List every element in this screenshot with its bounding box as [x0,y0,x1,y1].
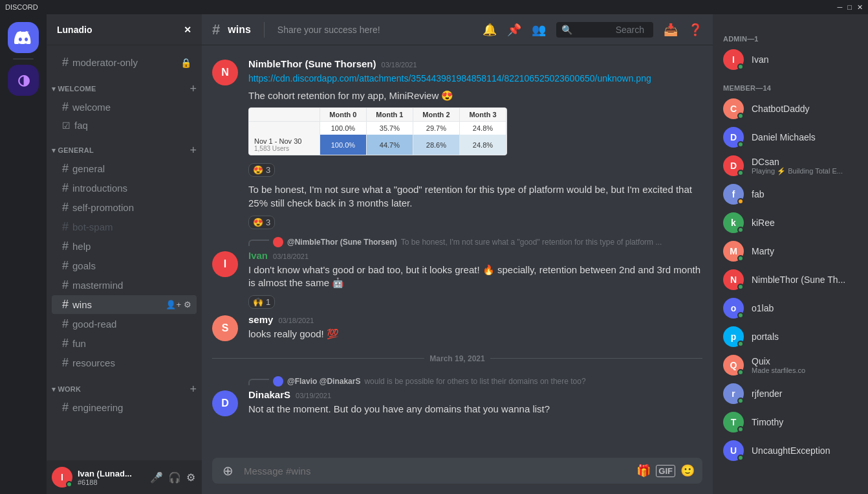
bell-icon[interactable]: 🔔 [483,23,497,37]
channel-name: faq [74,120,191,131]
member-item-fab[interactable]: f fab [718,180,863,208]
message-text: To be honest, I'm not sure what a "good"… [248,183,702,210]
category-label-general[interactable]: ▾ GENERAL [52,146,94,155]
add-member-icon[interactable]: 👤+ [166,300,181,309]
server-divider [13,58,34,60]
message-text: looks really good! 💯 [248,328,702,341]
message-avatar-placeholder [212,183,238,229]
channel-item-bot-spam[interactable]: # bot-spam [52,218,197,236]
search-label[interactable]: Search [616,25,644,35]
add-file-btn[interactable]: ⊕ [220,458,236,484]
member-item-uncaughtexception[interactable]: U UncaughtException [718,436,863,465]
member-item-dcsan[interactable]: D DCsan Playing ⚡ Building Total E... [718,152,863,180]
inbox-icon[interactable]: 📥 [664,23,678,37]
reaction-fire[interactable]: 😍 3 [248,163,275,177]
server-name-bar[interactable]: Lunadio ✕ [47,14,202,45]
channel-item-wins[interactable]: # wins 👤+ ⚙ [52,295,197,314]
category-label-work[interactable]: ▾ WORK [52,385,81,394]
member-sub: Playing ⚡ Building Total E... [752,167,858,175]
member-status [737,398,744,404]
server-icon-discord[interactable] [8,22,39,53]
maximize-btn[interactable]: □ [847,3,852,12]
member-status [737,255,744,262]
channel-item-engineering[interactable]: # engineering [52,398,197,417]
table-cell-m0: 100.0% [320,135,366,155]
message-text-input[interactable] [244,458,629,484]
channel-item-mastermind[interactable]: # mastermind [52,276,197,295]
channel-item-goals[interactable]: # goals [52,256,197,275]
headphones-icon[interactable]: 🎧 [167,470,182,485]
channel-list: # moderator-only 🔒 ▾ WELCOME + # welcome… [47,45,202,460]
gif-btn[interactable]: GIF [656,465,675,477]
member-item-portals[interactable]: p portals [718,322,863,351]
settings-icon[interactable]: ⚙ [184,300,191,309]
server-icon-lunadio[interactable]: ◑ [8,65,39,96]
message-link[interactable]: https://cdn.discordapp.com/attachments/3… [248,73,651,84]
message-content: DinakarS 03/19/2021 Not at the moment. B… [248,389,702,416]
members-icon[interactable]: 👥 [532,23,546,37]
channel-name: goals [72,260,191,271]
channel-item-help[interactable]: # help [52,237,197,256]
channel-item-self-promotion[interactable]: # self-promotion [52,198,197,217]
message-header: NimbleThor (Sune Thorsen) 03/18/2021 [248,58,702,69]
user-status-dot [66,481,72,488]
member-item-chatbotdaddy[interactable]: C ChatbotDaddy [718,95,863,123]
member-item-kiree[interactable]: k kiRee [718,208,863,237]
member-item-quix[interactable]: Q Quix Made starfiles.co [718,351,863,379]
settings-icon[interactable]: ⚙ [185,470,197,485]
channel-item-welcome[interactable]: # welcome [52,98,197,117]
category-add-general[interactable]: + [190,144,197,156]
channel-name: resources [72,357,191,368]
member-name: Ivan [752,54,858,65]
member-item-ivan[interactable]: I Ivan [718,45,863,74]
category-add-welcome[interactable]: + [190,83,197,95]
table-cell-m3: 24.8% [459,135,506,155]
member-item-daniel-michaels[interactable]: D Daniel Michaels [718,123,863,152]
member-status [737,227,744,233]
member-item-timothy[interactable]: T Timothy [718,408,863,436]
reply-indicator-dinakar: @Flavio @DinakarS would is be possible f… [238,374,713,387]
message-input-area: ⊕ 🎁 GIF 🙂 [202,458,713,494]
search-box[interactable]: 🔍 Search [556,22,653,38]
gift-icon[interactable]: 🎁 [636,464,651,478]
channel-item-faq[interactable]: ☑ faq [52,117,197,133]
table-header-empty [249,108,320,122]
channel-hash-icon: # [212,21,220,38]
member-name: o1lab [752,303,858,313]
mic-icon[interactable]: 🎤 [149,470,164,485]
channel-item-introductions[interactable]: # introductions [52,179,197,197]
window-controls[interactable]: ─ □ ✕ [838,3,863,12]
member-name: Quix [752,356,858,366]
member-item-o1lab[interactable]: o o1lab [718,294,863,322]
user-controls[interactable]: 🎤 🎧 ⚙ [149,470,197,485]
server-dropdown-icon[interactable]: ✕ [184,25,191,35]
date-divider-march19: March 19, 2021 [212,354,702,363]
member-item-rjfender[interactable]: r rjfender [718,379,863,408]
channel-topic: Share your success here! [277,25,380,35]
channel-item-moderator-only[interactable]: # moderator-only 🔒 [52,53,197,72]
message-ivan: I Ivan 03/18/2021 I don't know what's go… [202,247,713,311]
channel-item-fun[interactable]: # fun [52,334,197,353]
member-name: kiRee [752,218,858,228]
reaction-eyes[interactable]: 😍 3 [248,216,275,229]
category-add-work[interactable]: + [190,383,197,395]
channel-action-icons[interactable]: 👤+ ⚙ [166,300,191,309]
minimize-btn[interactable]: ─ [838,3,843,12]
channel-item-general[interactable]: # general [52,159,197,178]
message-content: NimbleThor (Sune Thorsen) 03/18/2021 htt… [248,58,702,177]
member-item-nimblethor[interactable]: N NimbleThor (Sune Th... [718,265,863,294]
pin-icon[interactable]: 📌 [507,23,521,37]
emoji-icon[interactable]: 🙂 [680,464,695,478]
member-avatar: U [723,440,744,461]
user-info: Ivan (Lunad... #6188 [78,469,144,486]
members-sidebar: ADMIN—1 I Ivan MEMBER—14 C ChatbotDaddy … [713,14,868,494]
close-btn[interactable]: ✕ [857,3,863,12]
channel-item-good-read[interactable]: # good-read [52,315,197,333]
category-label-welcome[interactable]: ▾ WELCOME [52,85,96,93]
reply-line [248,379,269,385]
member-avatar: p [723,326,744,347]
channel-item-resources[interactable]: # resources [52,354,197,372]
member-item-marty[interactable]: M Marty [718,237,863,265]
reaction-hands[interactable]: 🙌 1 [248,295,275,309]
help-icon[interactable]: ❓ [688,23,702,37]
